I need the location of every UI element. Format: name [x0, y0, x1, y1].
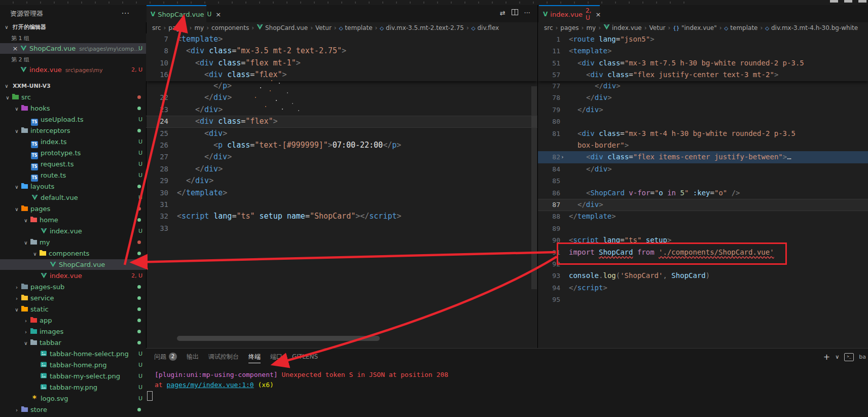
code-line-30[interactable]: 30</template>	[146, 187, 537, 199]
code-line-24[interactable]: 24<div class="flex">	[146, 116, 537, 128]
tree-item-hooks[interactable]: ∨hooks	[0, 103, 146, 114]
maximize-icon[interactable]	[844, 0, 852, 3]
breadcrumb-item[interactable]: ◇div.mx-3.mt-4.h-30.bg-white	[765, 24, 858, 31]
code-line-84[interactable]: 84</div>	[538, 163, 868, 176]
tree-item-request.ts[interactable]: TSrequest.tsU	[0, 159, 146, 169]
tree-item-prototype.ts[interactable]: TSprototype.tsU	[0, 148, 146, 158]
code-line-93[interactable]: 93console.log('ShopCard', ShopCard)	[538, 270, 868, 282]
tab-shopcard-vue[interactable]: V ShopCard.vue U ×	[147, 5, 206, 22]
code-line-33[interactable]: 33	[146, 223, 537, 235]
tree-item-useUpload.ts[interactable]: TSuseUpload.tsU	[0, 114, 146, 125]
code-line-95[interactable]: 95	[538, 294, 868, 306]
tree-item-default.vue[interactable]: default.vueU	[0, 192, 146, 203]
code-line-86[interactable]: 86<ShopCard v-for="o in 5" :key="o" />	[538, 187, 868, 199]
code-line-57[interactable]: 57<div class="flex justify-center text-3…	[538, 69, 868, 81]
breadcrumb-item[interactable]: components	[211, 24, 249, 31]
breadcrumb-item[interactable]: ◇div.mx-3.5.mt-2.text-2.75	[380, 24, 464, 31]
tree-item-tabbar[interactable]: ∨tabbar	[0, 337, 146, 348]
more-actions-icon[interactable]: ···	[524, 9, 530, 17]
code-line-78[interactable]: 78</div>	[538, 92, 868, 104]
close-icon[interactable]: ×	[595, 11, 601, 18]
breadcrumb-item[interactable]: ◇template	[725, 24, 758, 31]
code-line-51[interactable]: 51<div class="mx-3 mt-7.5 h-30 bg-white …	[538, 57, 868, 70]
code-line-29[interactable]: 29</div>	[146, 175, 537, 187]
tree-item-index.vue[interactable]: index.vue2, U	[0, 270, 146, 281]
open-editors-header[interactable]: ∨ 打开的编辑器	[3, 21, 46, 31]
code-line-32[interactable]: 32<script lang="ts" setup name="ShopCard…	[146, 211, 537, 223]
close-window-icon[interactable]	[858, 0, 866, 3]
breadcrumb-item[interactable]: index.vue	[603, 24, 642, 31]
tree-item-tabbar-my.png[interactable]: tabbar-my.pngU	[0, 382, 146, 393]
code-line-10[interactable]: 10<div class="flex mt-1">	[146, 57, 537, 70]
code-line-31[interactable]: 31	[146, 199, 537, 211]
code-line-85[interactable]: 85	[538, 175, 868, 187]
breadcrumb-item[interactable]: pages	[560, 24, 578, 31]
tree-item-service[interactable]: ›service	[0, 293, 146, 303]
code-line-23[interactable]: 23</div>	[146, 104, 537, 116]
code-line-87[interactable]: 87</div>	[538, 199, 868, 211]
split-editor-icon[interactable]	[512, 9, 518, 17]
code-line[interactable]: </p>	[146, 80, 537, 92]
tree-item-my[interactable]: ∨my	[0, 237, 146, 248]
code-line-1[interactable]: 1<route lang="json5">	[538, 33, 868, 46]
code-line-79[interactable]: 79</div>	[538, 104, 868, 116]
tree-item-index.vue[interactable]: index.vueU	[0, 226, 146, 236]
editor-index[interactable]: 77</div>78</div>79</div>8081<div class="…	[538, 33, 868, 348]
code-line-89[interactable]: 89	[538, 223, 868, 235]
tree-item-layouts[interactable]: ∨layouts	[0, 181, 146, 192]
editor-shopcard[interactable]: </p>22</div>23</div>24<div class="flex">…	[146, 33, 537, 348]
compare-changes-icon[interactable]: ⇄	[500, 9, 505, 17]
chevron-down-icon[interactable]: ∨	[835, 354, 839, 360]
close-icon[interactable]: ×	[11, 43, 19, 54]
tree-item-images[interactable]: ›images	[0, 326, 146, 337]
close-icon[interactable]: ×	[215, 11, 221, 18]
tree-item-route.ts[interactable]: TSroute.tsU	[0, 170, 146, 181]
project-root-header[interactable]: ∨ XXM-UNI-V3	[3, 80, 51, 90]
horizontal-scrollbar[interactable]	[177, 336, 380, 341]
terminal-link[interactable]: pages/my/index.vue:1:0	[166, 381, 254, 389]
tree-item-store[interactable]: ›store	[0, 404, 146, 415]
breadcrumb-item[interactable]: ◇template	[339, 24, 373, 31]
tree-item-home[interactable]: ∨home	[0, 215, 146, 225]
code-line-82[interactable]: 82›<div class="flex items-center justify…	[538, 151, 868, 163]
code-line-77[interactable]: 77</div>	[538, 80, 868, 92]
code-line-8[interactable]: 8<div class="mx-3.5 mt-2 text-2.75">	[146, 45, 537, 57]
tree-item-pages-sub[interactable]: ›pages-sub	[0, 282, 146, 292]
fold-chevron-icon[interactable]: ›	[561, 151, 564, 163]
breadcrumb-item[interactable]: {}"index.vue"	[673, 24, 717, 31]
new-terminal-icon[interactable]: +	[823, 352, 830, 362]
tree-item-tabbar-home-select.png[interactable]: tabbar-home-select.pngU	[0, 349, 146, 359]
tree-item-static[interactable]: ∨static	[0, 304, 146, 315]
code-line-28[interactable]: 28</div>	[146, 163, 537, 176]
terminal-profile-icon[interactable]: >_	[844, 353, 854, 361]
breadcrumb-item[interactable]: pages	[168, 24, 187, 31]
code-line-94[interactable]: 94</script>	[538, 282, 868, 294]
panel-tab-GITLENS[interactable]: GITLENS	[292, 353, 318, 360]
tree-item-app[interactable]: ›app	[0, 315, 146, 326]
code-line-27[interactable]: 27</div>	[146, 151, 537, 163]
breadcrumb-item[interactable]: ShopCard.vue	[257, 24, 308, 31]
panel-tab-终端[interactable]: 终端	[248, 353, 261, 363]
tree-item-src[interactable]: ∨src	[0, 92, 146, 102]
tree-item-components[interactable]: ∨components	[0, 248, 146, 259]
tab-index-vue[interactable]: V index.vue 2, U ×	[539, 5, 600, 22]
code-line[interactable]: box-border">	[538, 140, 868, 152]
breadcrumb-item[interactable]: src	[152, 24, 161, 31]
open-editor-item-ShopCard.vue[interactable]: ×ShopCard.vuesrc\pages\my\comp…U	[0, 43, 146, 54]
panel-tab-问题[interactable]: 问题2	[154, 353, 177, 361]
breadcrumb-item[interactable]: my	[586, 24, 596, 31]
code-line-25[interactable]: 25<div>	[146, 128, 537, 140]
panel-tab-输出[interactable]: 输出	[187, 353, 199, 361]
more-actions-icon[interactable]: ···	[122, 9, 130, 17]
breadcrumb-item[interactable]: Vetur	[315, 24, 332, 31]
tree-item-interceptors[interactable]: ∨interceptors	[0, 125, 146, 136]
tree-item-pages[interactable]: ∨pages	[0, 203, 146, 214]
tree-item-ShopCard.vue[interactable]: ShopCard.vueU	[0, 259, 146, 270]
panel-tab-端口[interactable]: 端口	[270, 353, 282, 361]
tree-item-logo.svg[interactable]: *logo.svgU	[0, 393, 146, 404]
code-line-81[interactable]: 81<div class="mx-3 mt-4 h-30 bg-white ro…	[538, 128, 868, 140]
breadcrumb-item[interactable]: Vetur	[649, 24, 666, 31]
panel-tab-调试控制台[interactable]: 调试控制台	[208, 353, 239, 361]
breadcrumb-item[interactable]: ◇div.flex	[472, 24, 499, 31]
code-line-80[interactable]: 80	[538, 116, 868, 128]
